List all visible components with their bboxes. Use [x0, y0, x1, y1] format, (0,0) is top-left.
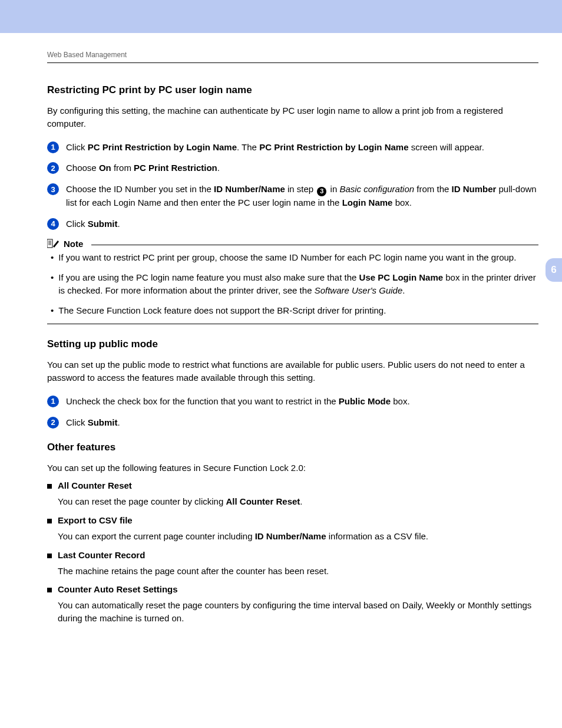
note-block: Note •If you want to restrict PC print p… — [47, 238, 538, 324]
bold-text: Public Mode — [339, 396, 391, 406]
step-2-text: Choose On from PC Print Restriction. — [66, 162, 538, 174]
italic-text: Basic configuration — [339, 184, 414, 194]
bold-text: All Counter Reset — [226, 496, 300, 506]
step-badge-1: 1 — [47, 396, 59, 407]
section-title-publicmode: Setting up public mode — [47, 338, 538, 350]
bullet-icon: • — [51, 304, 54, 317]
step-3: 3 Choose the ID Number you set in the ID… — [47, 183, 538, 209]
text: box. — [391, 396, 410, 406]
feature-last-counter-record: Last Counter Record The machine retains … — [47, 550, 538, 578]
text: information as a CSV file. — [326, 531, 428, 541]
note-text: The Secure Function Lock feature does no… — [58, 304, 386, 317]
page: 6 Web Based Management Restricting PC pr… — [0, 0, 562, 728]
feature-title: Counter Auto Reset Settings — [58, 584, 178, 594]
step-2: 2 Choose On from PC Print Restriction. — [47, 162, 538, 174]
text: Click — [66, 417, 88, 427]
step-badge-3: 3 — [47, 183, 59, 195]
bullet-icon: • — [51, 271, 54, 297]
bold-text: Login Name — [342, 197, 393, 207]
text: . The — [237, 142, 259, 152]
note-item-3: •The Secure Function Lock feature does n… — [51, 304, 538, 317]
feature-desc: You can export the current page counter … — [47, 530, 538, 543]
text: box. — [392, 197, 412, 207]
bold-text: ID Number/Name — [214, 184, 285, 194]
feature-all-counter-reset: All Counter Reset You can reset the page… — [47, 480, 538, 508]
section1-intro: By configuring this setting, the machine… — [47, 104, 538, 130]
text: . — [118, 417, 120, 427]
note-icon — [47, 238, 60, 249]
section2-intro: You can set up the public mode to restri… — [47, 358, 538, 384]
text: You can export the current page counter … — [58, 531, 255, 541]
text: . — [402, 285, 405, 295]
step-badge-1: 1 — [47, 141, 59, 153]
section2-steps: 1 Uncheck the check box for the function… — [47, 395, 538, 429]
feature-title: Export to CSV file — [58, 515, 133, 525]
step-badge-4: 4 — [47, 218, 59, 230]
breadcrumb: Web Based Management — [47, 51, 538, 59]
note-text: If you are using the PC login name featu… — [58, 271, 538, 297]
note-item-1: •If you want to restrict PC print per gr… — [51, 251, 538, 264]
text: You can reset the page counter by clicki… — [58, 496, 226, 506]
text: in — [328, 184, 339, 194]
square-bullet-icon — [47, 519, 52, 523]
bold-text: PC Print Restriction by Login Name — [259, 142, 408, 152]
section-title-restricting: Restricting PC print by PC user login na… — [47, 84, 538, 96]
text: If you are using the PC login name featu… — [58, 272, 359, 282]
feature-counter-auto-reset: Counter Auto Reset Settings You can auto… — [47, 584, 538, 625]
note-item-2: • If you are using the PC login name fea… — [51, 271, 538, 297]
top-bar — [0, 0, 562, 33]
text: in step — [285, 184, 316, 194]
italic-text: Software User's Guide — [315, 285, 403, 295]
step-2-text: Click Submit. — [66, 416, 538, 429]
note-text: If you want to restrict PC print per gro… — [58, 251, 516, 264]
bullet-icon: • — [51, 251, 54, 264]
step-badge-2: 2 — [47, 417, 59, 429]
text: Click — [66, 219, 88, 229]
step-4-text: Click Submit. — [66, 218, 538, 230]
text: from — [111, 163, 134, 173]
feature-list: All Counter Reset You can reset the page… — [47, 480, 538, 625]
text: . — [118, 219, 120, 229]
divider — [47, 62, 538, 63]
section-title-other: Other features — [47, 442, 538, 453]
text: Uncheck the check box for the function t… — [66, 396, 339, 406]
text: Choose — [66, 163, 99, 173]
square-bullet-icon — [47, 588, 52, 592]
square-bullet-icon — [47, 484, 52, 489]
text: Click — [66, 142, 88, 152]
chapter-tab: 6 — [546, 258, 562, 282]
text: . — [300, 496, 302, 506]
note-end-rule — [47, 324, 538, 324]
bold-text: On — [99, 163, 111, 173]
section3-intro: You can set up the following features in… — [47, 462, 538, 475]
bold-text: Submit — [88, 417, 118, 427]
feature-desc: The machine retains the page count after… — [47, 565, 538, 578]
note-list: •If you want to restrict PC print per gr… — [47, 251, 538, 317]
inline-step-badge-icon: 3 — [317, 187, 326, 196]
note-rule — [91, 245, 538, 245]
content-area: Web Based Management Restricting PC prin… — [0, 33, 562, 625]
text: Choose the ID Number you set in the — [66, 184, 214, 194]
step-4: 4 Click Submit. — [47, 218, 538, 230]
bold-text: ID Number/Name — [255, 531, 326, 541]
feature-desc: You can reset the page counter by clicki… — [47, 495, 538, 508]
step-1-text: Click PC Print Restriction by Login Name… — [66, 141, 538, 154]
section1-steps: 1 Click PC Print Restriction by Login Na… — [47, 141, 538, 230]
bold-text: PC Print Restriction — [134, 163, 217, 173]
bold-text: Use PC Login Name — [359, 272, 444, 282]
step-1: 1 Uncheck the check box for the function… — [47, 395, 538, 408]
feature-desc: You can automatically reset the page cou… — [47, 599, 538, 625]
step-3-text: Choose the ID Number you set in the ID N… — [66, 183, 538, 209]
step-badge-2: 2 — [47, 162, 59, 174]
feature-title: All Counter Reset — [58, 480, 132, 490]
bold-text: PC Print Restriction by Login Name — [88, 142, 237, 152]
feature-title: Last Counter Record — [58, 550, 145, 560]
text: screen will appear. — [409, 142, 484, 152]
step-2: 2 Click Submit. — [47, 416, 538, 429]
bold-text: Submit — [88, 219, 118, 229]
text: from the — [414, 184, 451, 194]
feature-export-csv: Export to CSV file You can export the cu… — [47, 515, 538, 543]
square-bullet-icon — [47, 554, 52, 558]
note-header: Note — [47, 238, 538, 249]
step-1-text: Uncheck the check box for the function t… — [66, 395, 538, 408]
